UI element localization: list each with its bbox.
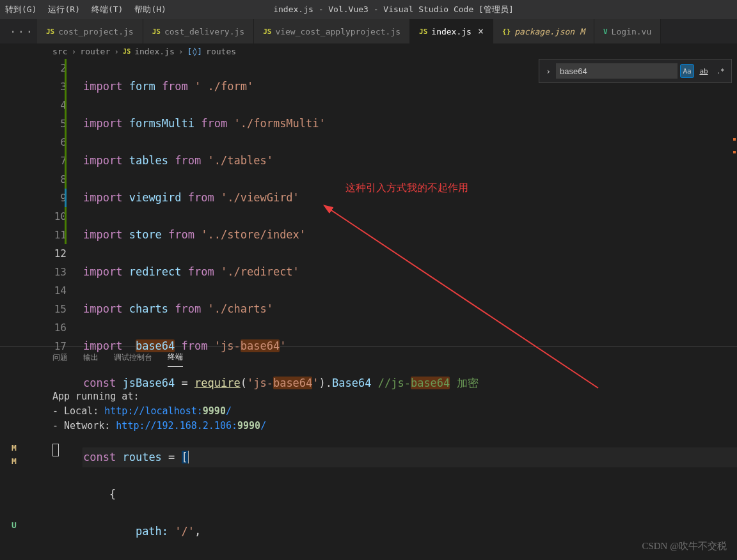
menubar: 转到(G) 运行(R) 终端(T) 帮助(H) index.js - Vol.V… bbox=[0, 0, 737, 19]
minimap[interactable] bbox=[732, 118, 737, 405]
crumb-src[interactable]: src bbox=[52, 47, 67, 56]
tab-view-cost[interactable]: JSview_cost_applyproject.js bbox=[254, 19, 410, 43]
menu-run[interactable]: 运行(R) bbox=[48, 4, 79, 15]
menu-terminal[interactable]: 终端(T) bbox=[91, 4, 123, 15]
whole-word-toggle[interactable]: ab bbox=[697, 64, 711, 78]
annotation-text: 这种引入方式我的不起作用 bbox=[345, 182, 468, 195]
chevron-icon: › bbox=[114, 47, 119, 56]
search-widget[interactable]: › Aa ab .* bbox=[539, 59, 732, 83]
scm-modified-badge: M bbox=[12, 443, 17, 453]
breadcrumb[interactable]: src› router› JSindex.js› [◊]routes bbox=[0, 43, 737, 59]
tab-index[interactable]: JSindex.js× bbox=[410, 19, 493, 43]
match-case-toggle[interactable]: Aa bbox=[680, 64, 694, 78]
window-title: index.js - Vol.Vue3 - Visual Studio Code… bbox=[178, 4, 609, 15]
tab-bar: ··· JScost_project.js JScost_delivery.js… bbox=[0, 19, 737, 43]
editor[interactable]: 2 3 4 5 6 7 8 9 10 11 12 13 14 15 16 17 … bbox=[0, 59, 737, 346]
tab-label: Login.vu bbox=[612, 27, 652, 36]
js-icon: JS bbox=[123, 48, 131, 55]
scm-untracked-badge: U bbox=[12, 520, 17, 530]
js-icon: JS bbox=[419, 27, 427, 36]
chevron-icon: › bbox=[178, 47, 184, 56]
more-button[interactable]: ··· bbox=[6, 19, 37, 43]
close-icon[interactable]: × bbox=[478, 26, 484, 37]
regex-toggle[interactable]: .* bbox=[713, 64, 727, 78]
terminal-cursor bbox=[52, 444, 59, 456]
js-icon: JS bbox=[152, 27, 161, 36]
code-area[interactable]: import form from ' ./form' import formsM… bbox=[83, 59, 737, 346]
chevron-icon: › bbox=[71, 47, 76, 56]
tab-label: view_cost_applyproject.js bbox=[275, 27, 400, 36]
watermark: CSDN @吹牛不交税 bbox=[642, 540, 727, 552]
tab-package-json[interactable]: {}package.jsonM bbox=[493, 19, 594, 43]
tab-label: cost_delivery.js bbox=[164, 27, 244, 36]
tab-cost-project[interactable]: JScost_project.js bbox=[37, 19, 143, 43]
tab-label: cost_project.js bbox=[58, 27, 133, 36]
crumb-router[interactable]: router bbox=[80, 47, 110, 56]
vue-icon: V bbox=[603, 27, 608, 36]
js-icon: JS bbox=[46, 27, 54, 36]
json-icon: {} bbox=[502, 27, 511, 36]
js-icon: JS bbox=[263, 27, 271, 36]
tab-login-vue[interactable]: VLogin.vu bbox=[594, 19, 661, 43]
search-input[interactable] bbox=[556, 63, 678, 79]
menu-help[interactable]: 帮助(H) bbox=[134, 4, 166, 15]
variable-icon: [◊] bbox=[187, 47, 202, 56]
tab-cost-delivery[interactable]: JScost_delivery.js bbox=[143, 19, 254, 43]
tab-label: package.json bbox=[514, 27, 575, 36]
menu-go[interactable]: 转到(G) bbox=[5, 4, 36, 15]
tab-label: index.js bbox=[431, 27, 472, 36]
modified-badge: M bbox=[580, 27, 585, 36]
crumb-file[interactable]: index.js bbox=[134, 47, 175, 56]
chevron-right-icon[interactable]: › bbox=[546, 66, 551, 76]
scm-modified-badge: M bbox=[12, 456, 17, 466]
crumb-symbol[interactable]: routes bbox=[206, 47, 236, 56]
line-gutter: 2 3 4 5 6 7 8 9 10 11 12 13 14 15 16 17 bbox=[0, 59, 83, 346]
